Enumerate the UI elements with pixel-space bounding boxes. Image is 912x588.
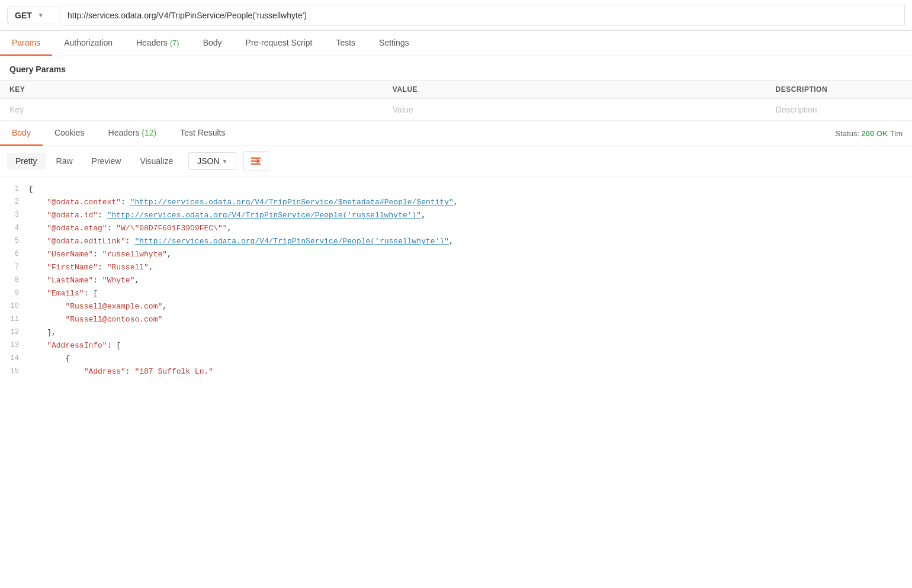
json-text — [28, 354, 65, 363]
code-line: 7 "FirstName": "Russell", — [0, 262, 912, 275]
line-number: 2 — [0, 197, 28, 208]
json-text: "Whyte" — [102, 276, 135, 285]
line-content: "@odata.editLink": "http://services.odat… — [28, 236, 912, 248]
response-status: Status: 200 OK Tim — [836, 129, 912, 138]
json-text — [28, 367, 84, 376]
json-text: "FirstName" — [47, 263, 98, 272]
line-number: 9 — [0, 288, 28, 299]
json-text: : — [93, 250, 102, 259]
json-text — [28, 263, 47, 272]
fmt-tab-preview[interactable]: Preview — [84, 153, 130, 169]
json-text — [28, 341, 47, 350]
json-text: "russellwhyte" — [102, 250, 167, 259]
line-content: { — [28, 353, 912, 365]
response-tab-headers[interactable]: Headers (12) — [97, 121, 169, 146]
line-number: 15 — [0, 366, 28, 377]
line-number: 1 — [0, 184, 28, 195]
fmt-tab-pretty[interactable]: Pretty — [7, 153, 46, 169]
tab-body[interactable]: Body — [191, 31, 234, 56]
json-text: , — [421, 211, 426, 220]
json-text: "AddressInfo" — [47, 341, 107, 350]
code-line: 1{ — [0, 184, 912, 197]
tab-headers[interactable]: Headers (7) — [124, 31, 191, 56]
fmt-tab-visualize[interactable]: Visualize — [131, 153, 181, 169]
tab-settings[interactable]: Settings — [367, 31, 421, 56]
line-number: 10 — [0, 301, 28, 312]
url-bar: GET ▼ — [0, 0, 912, 31]
json-text: , — [162, 302, 167, 311]
tab-authorization[interactable]: Authorization — [52, 31, 124, 56]
code-viewer: 1{2 "@odata.context": "http://services.o… — [0, 176, 912, 386]
json-text: : — [107, 224, 117, 233]
method-label: GET — [15, 11, 32, 20]
tab-pre-request-script[interactable]: Pre-request Script — [234, 31, 325, 56]
response-tabs: Body Cookies Headers (12) Test Results S… — [0, 121, 912, 146]
json-text: "Russell@example.com" — [65, 302, 162, 311]
json-text: : — [93, 276, 102, 285]
json-text: : — [121, 198, 130, 207]
json-text: : — [98, 263, 107, 272]
json-text: "187 Suffolk Ln." — [134, 367, 213, 376]
fmt-tab-raw[interactable]: Raw — [48, 153, 81, 169]
code-line: 11 "Russell@contoso.com" — [0, 314, 912, 327]
col-header-value: VALUE — [383, 81, 766, 99]
json-text: ], — [47, 328, 56, 337]
url-input[interactable] — [60, 5, 905, 26]
json-text — [28, 211, 47, 220]
json-text: "UserName" — [47, 250, 93, 259]
response-tab-body[interactable]: Body — [0, 121, 43, 146]
line-content: "@odata.context": "http://services.odata… — [28, 197, 912, 209]
json-text: "@odata.context" — [47, 198, 121, 207]
json-text: , — [227, 224, 232, 233]
method-selector[interactable]: GET ▼ — [7, 7, 60, 24]
col-header-desc: DESCRIPTION — [766, 81, 912, 99]
line-content: "@odata.etag": "W/\"08D7F601F39D9FEC\"", — [28, 223, 912, 235]
line-number: 14 — [0, 353, 28, 364]
json-text: "@odata.etag" — [47, 224, 107, 233]
code-line: 14 { — [0, 353, 912, 366]
request-tabs: Params Authorization Headers (7) Body Pr… — [0, 31, 912, 56]
line-content: "UserName": "russellwhyte", — [28, 249, 912, 261]
json-text: "Address" — [84, 367, 126, 376]
line-content: "Address": "187 Suffolk Ln." — [28, 366, 912, 378]
code-line: 9 "Emails": [ — [0, 288, 912, 301]
json-link[interactable]: "http://services.odata.org/V4/TripPinSer… — [107, 211, 422, 220]
json-text: , — [449, 237, 454, 246]
desc-cell-placeholder[interactable]: Description — [766, 99, 912, 121]
json-text: "LastName" — [47, 276, 93, 285]
code-line: 12 ], — [0, 327, 912, 340]
line-number: 6 — [0, 249, 28, 260]
json-link[interactable]: "http://services.odata.org/V4/TripPinSer… — [134, 237, 449, 246]
wrap-lines-button[interactable] — [243, 151, 268, 171]
line-content: { — [28, 184, 912, 196]
key-cell-placeholder[interactable]: Key — [0, 99, 383, 121]
json-link[interactable]: "http://services.odata.org/V4/TripPinSer… — [130, 198, 454, 207]
json-text: "W/\"08D7F601F39D9FEC\"" — [116, 224, 227, 233]
code-line: 13 "AddressInfo": [ — [0, 340, 912, 353]
code-line: 4 "@odata.etag": "W/\"08D7F601F39D9FEC\"… — [0, 223, 912, 236]
value-cell-placeholder[interactable]: Value — [383, 99, 766, 121]
response-tab-cookies[interactable]: Cookies — [43, 121, 97, 146]
json-text: : — [126, 237, 135, 246]
json-text: "@odata.id" — [47, 211, 98, 220]
line-number: 11 — [0, 314, 28, 325]
json-text: : [ — [84, 289, 98, 298]
json-text: : — [98, 211, 107, 220]
line-number: 4 — [0, 223, 28, 234]
line-number: 13 — [0, 340, 28, 351]
json-text — [28, 224, 47, 233]
json-text: { — [65, 354, 70, 363]
line-number: 7 — [0, 262, 28, 273]
format-type-chevron-icon: ▼ — [222, 158, 228, 165]
tab-tests[interactable]: Tests — [324, 31, 367, 56]
line-content: "LastName": "Whyte", — [28, 275, 912, 287]
params-empty-row: Key Value Description — [0, 99, 912, 121]
line-content: "AddressInfo": [ — [28, 340, 912, 352]
json-text — [28, 328, 47, 337]
code-line: 5 "@odata.editLink": "http://services.od… — [0, 236, 912, 249]
format-type-selector[interactable]: JSON ▼ — [188, 152, 236, 170]
params-table: KEY VALUE DESCRIPTION Key Value Descript… — [0, 80, 912, 121]
response-tab-test-results[interactable]: Test Results — [168, 121, 237, 146]
json-text: { — [28, 185, 33, 194]
tab-params[interactable]: Params — [0, 31, 52, 56]
